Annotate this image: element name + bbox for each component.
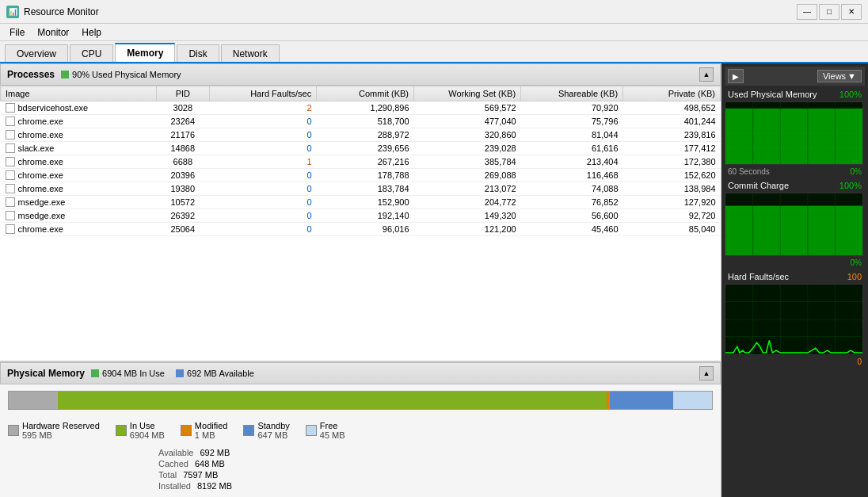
graph2-bottom: 0% bbox=[725, 258, 865, 268]
stat-label-installed: Installed bbox=[158, 481, 191, 491]
graph1-bottom: 60 Seconds 0% bbox=[725, 166, 865, 177]
processes-header[interactable]: Processes 90% Used Physical Memory ▲ bbox=[0, 63, 721, 86]
process-image-name: chrome.exe bbox=[18, 184, 63, 193]
process-rows: bdservicehost.exe302821,290,896569,57270… bbox=[1, 101, 721, 236]
legend-label-free: Free bbox=[320, 421, 345, 430]
graph3-title-bar: Hard Faults/sec 100 bbox=[725, 271, 865, 282]
process-commit: 239,656 bbox=[317, 142, 414, 155]
graph1-title-bar: Used Physical Memory 100% bbox=[725, 89, 865, 100]
stat-value-installed: 8192 MB bbox=[197, 481, 232, 491]
process-workingset: 239,028 bbox=[414, 142, 521, 155]
legend-color-reserved bbox=[8, 425, 19, 436]
row-checkbox[interactable] bbox=[6, 130, 15, 140]
process-private: 85,040 bbox=[623, 223, 721, 236]
processes-collapse-btn[interactable]: ▲ bbox=[699, 67, 714, 82]
process-pid: 20396 bbox=[156, 169, 210, 182]
minimize-button[interactable]: — bbox=[797, 4, 817, 20]
legend-value-modified: 1 MB bbox=[195, 430, 228, 440]
process-commit: 518,700 bbox=[317, 115, 414, 128]
tab-cpu[interactable]: CPU bbox=[70, 44, 113, 62]
maximize-button[interactable]: □ bbox=[819, 4, 839, 20]
row-checkbox[interactable] bbox=[6, 197, 15, 207]
stat-label-available: Available bbox=[158, 448, 193, 457]
legend-reserved: Hardware Reserved 595 MB bbox=[8, 421, 100, 440]
process-pid: 14868 bbox=[156, 142, 210, 155]
legend-label-reserved: Hardware Reserved bbox=[22, 421, 100, 430]
row-checkbox[interactable] bbox=[6, 224, 15, 234]
table-row: chrome.exe203960178,788269,088116,468152… bbox=[1, 169, 721, 182]
left-panel: Processes 90% Used Physical Memory ▲ Ima… bbox=[0, 63, 721, 497]
col-commit[interactable]: Commit (KB) bbox=[317, 86, 414, 101]
row-checkbox[interactable] bbox=[6, 184, 15, 193]
process-image-name: chrome.exe bbox=[18, 117, 63, 126]
right-panel: ▶ Views ▼ Used Physical Memory 100% bbox=[721, 63, 868, 497]
process-pid: 3028 bbox=[156, 101, 210, 115]
process-commit: 96,016 bbox=[317, 223, 414, 236]
table-row: msedge.exe105720152,900204,77276,852127,… bbox=[1, 196, 721, 209]
memory-bar-container bbox=[0, 384, 721, 416]
col-shareable[interactable]: Shareable (KB) bbox=[521, 86, 623, 101]
process-private: 152,620 bbox=[623, 169, 721, 182]
graph1-canvas bbox=[725, 101, 863, 165]
close-button[interactable]: ✕ bbox=[841, 4, 862, 20]
tab-memory[interactable]: Memory bbox=[115, 43, 175, 62]
graph3-canvas bbox=[725, 284, 863, 355]
process-table: Image PID Hard Faults/sec Commit (KB) Wo… bbox=[0, 86, 721, 361]
tab-overview[interactable]: Overview bbox=[5, 44, 68, 62]
process-shareable: 213,404 bbox=[521, 155, 623, 169]
menu-monitor[interactable]: Monitor bbox=[31, 25, 75, 40]
svg-rect-11 bbox=[725, 206, 862, 255]
views-button[interactable]: Views ▼ bbox=[817, 70, 862, 82]
legend-color-inuse bbox=[116, 425, 127, 436]
process-faults: 0 bbox=[210, 209, 317, 223]
col-workingset[interactable]: Working Set (KB) bbox=[414, 86, 521, 101]
legend-value-free: 45 MB bbox=[320, 430, 345, 440]
row-checkbox[interactable] bbox=[6, 157, 15, 166]
process-shareable: 81,044 bbox=[521, 128, 623, 142]
tab-bar: Overview CPU Memory Disk Network bbox=[0, 41, 868, 63]
process-commit: 1,290,896 bbox=[317, 101, 414, 115]
row-checkbox[interactable] bbox=[6, 170, 15, 180]
physical-memory-collapse-btn[interactable]: ▲ bbox=[699, 366, 714, 380]
process-image-name: chrome.exe bbox=[18, 224, 63, 234]
legend-color-standby bbox=[243, 425, 254, 436]
process-commit: 178,788 bbox=[317, 169, 414, 182]
col-faults[interactable]: Hard Faults/sec bbox=[210, 86, 317, 101]
menu-file[interactable]: File bbox=[3, 25, 31, 40]
graph-used-physical-memory: Used Physical Memory 100% bbox=[725, 89, 865, 177]
tab-network[interactable]: Network bbox=[221, 44, 280, 62]
process-private: 138,984 bbox=[623, 182, 721, 196]
legend-value-standby: 647 MB bbox=[257, 430, 289, 440]
process-faults: 0 bbox=[210, 142, 317, 155]
process-faults: 0 bbox=[210, 128, 317, 142]
col-private[interactable]: Private (KB) bbox=[623, 86, 721, 101]
physical-memory-header[interactable]: Physical Memory 6904 MB In Use 692 MB Av… bbox=[0, 362, 721, 384]
row-checkbox[interactable] bbox=[6, 103, 15, 113]
process-pid: 25064 bbox=[156, 223, 210, 236]
green-indicator bbox=[61, 71, 69, 78]
row-checkbox[interactable] bbox=[6, 117, 15, 126]
process-image-name: chrome.exe bbox=[18, 130, 63, 140]
menu-help[interactable]: Help bbox=[75, 25, 108, 40]
process-image-name: msedge.exe bbox=[18, 197, 66, 207]
graph2-svg bbox=[725, 193, 862, 255]
row-checkbox[interactable] bbox=[6, 143, 15, 153]
row-checkbox[interactable] bbox=[6, 211, 15, 220]
svg-rect-3 bbox=[725, 109, 862, 164]
process-pid: 26392 bbox=[156, 209, 210, 223]
stat-label-total: Total bbox=[158, 470, 177, 480]
process-shareable: 70,920 bbox=[521, 101, 623, 115]
process-shareable: 56,600 bbox=[521, 209, 623, 223]
main-layout: Processes 90% Used Physical Memory ▲ Ima… bbox=[0, 63, 868, 497]
col-image[interactable]: Image bbox=[1, 86, 157, 101]
window-controls: — □ ✕ bbox=[797, 4, 862, 20]
col-pid[interactable]: PID bbox=[156, 86, 210, 101]
right-expand-btn[interactable]: ▶ bbox=[728, 69, 744, 83]
process-workingset: 149,320 bbox=[414, 209, 521, 223]
available-info: 692 MB Available bbox=[187, 369, 254, 378]
legend-value-inuse: 6904 MB bbox=[130, 430, 165, 440]
table-row: bdservicehost.exe302821,290,896569,57270… bbox=[1, 101, 721, 115]
process-faults: 0 bbox=[210, 169, 317, 182]
table-row: chrome.exe193800183,784213,07274,088138,… bbox=[1, 182, 721, 196]
tab-disk[interactable]: Disk bbox=[177, 44, 219, 62]
